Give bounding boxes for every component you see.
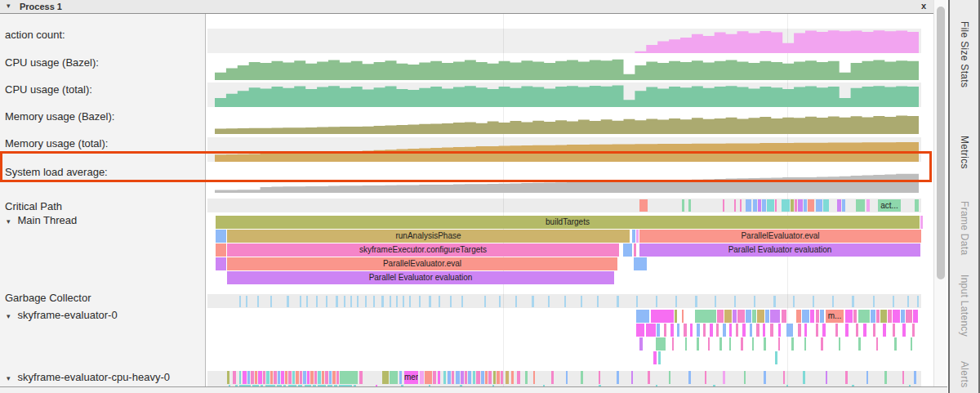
track-label-skyframe-evaluator-0[interactable]: ▾skyframe-evaluator-0 (7, 309, 118, 323)
slice-skyframe-evaluator-cpu-heavy-0[interactable] (443, 371, 446, 384)
slice-garbage-collector[interactable] (365, 296, 367, 307)
slice-skyframe-evaluator-cpu-heavy-0[interactable] (764, 371, 766, 384)
slice-skyframe-evaluator-cpu-heavy-0[interactable] (517, 371, 520, 384)
slice-skyframe-evaluator-cpu-heavy-0[interactable] (300, 371, 302, 384)
slice-skyframe-evaluator-cpu-heavy-0[interactable] (243, 371, 247, 384)
slice-main-thread[interactable] (632, 230, 635, 243)
slice-garbage-collector[interactable] (396, 296, 398, 307)
slice-skyframe-evaluator-cpu-heavy-0[interactable] (292, 371, 295, 384)
slice-buildtargets[interactable]: buildTargets (216, 216, 920, 229)
slice-skyframe-evaluator-0[interactable] (636, 324, 644, 337)
slice-garbage-collector[interactable] (499, 296, 501, 307)
slice-critical-path[interactable] (856, 199, 865, 212)
slice-skyframe-evaluator-0[interactable] (653, 351, 657, 364)
slice-skyframe-evaluator-0[interactable] (906, 310, 912, 323)
slice-skyframe-evaluator-0[interactable] (729, 337, 731, 351)
slice-skyframe-evaluator-cpu-heavy-0[interactable] (318, 371, 321, 384)
slice-skyframe-evaluator-cpu-heavy-0[interactable] (281, 371, 284, 384)
slice-skyframe-evaluator-0[interactable] (858, 310, 870, 323)
slice-garbage-collector[interactable] (597, 296, 599, 307)
slice-garbage-collector[interactable] (734, 296, 736, 307)
slice-skyframe-evaluator-cpu-heavy-0[interactable] (433, 371, 436, 384)
slice-garbage-collector[interactable] (636, 296, 638, 307)
slice-skyframe-evaluator-0[interactable] (912, 324, 915, 337)
slice-skyframe-evaluator-0[interactable] (742, 324, 746, 337)
slice-garbage-collector[interactable] (675, 296, 677, 307)
slice-garbage-collector[interactable] (350, 296, 352, 307)
slice-garbage-collector[interactable] (695, 296, 697, 307)
slice-skyframe-evaluator-cpu-heavy-0[interactable] (266, 371, 270, 384)
slice-skyframe-evaluator-0[interactable] (651, 310, 674, 323)
collapse-process-icon[interactable]: ▾ (7, 2, 11, 10)
slice-skyframe-evaluator-0[interactable] (765, 310, 769, 323)
slice-skyframe-evaluator-0[interactable] (856, 324, 858, 337)
slice-skyframe-evaluator-0[interactable] (770, 310, 780, 323)
slice-skyframe-evaluator-0[interactable] (845, 324, 849, 337)
slice-skyframe-evaluator-cpu-heavy-0[interactable] (803, 371, 805, 384)
slice-skyframe-evaluator-0[interactable] (684, 324, 687, 337)
slice-garbage-collector[interactable] (403, 296, 404, 307)
counter-chart-cpu-usage-bazel-[interactable] (215, 56, 919, 80)
track-label-skyframe-evaluator-cpu-heavy-0[interactable]: ▾skyframe-evaluator-cpu-heavy-0 (7, 371, 170, 385)
slice-skyframe-evaluator-0[interactable] (636, 310, 649, 323)
tab-frame-data[interactable]: Frame Data (959, 201, 970, 255)
slice-skyframe-evaluator-cpu-heavy-0[interactable] (705, 371, 706, 384)
slice-skyframe-evaluator-0[interactable] (690, 324, 693, 337)
slice-skyframe-evaluator-0[interactable] (675, 310, 677, 323)
slice-skyframe-evaluator-0[interactable] (657, 324, 660, 337)
slice-parallelevaluator-eval[interactable]: ParallelEvaluator.eval (227, 257, 617, 270)
slice-critical-path[interactable] (791, 199, 794, 212)
slice-skyframe-evaluator-0[interactable] (782, 310, 786, 323)
slice-critical-path[interactable] (915, 199, 919, 212)
slice-skyframe-evaluator-cpu-heavy-0[interactable] (525, 371, 528, 384)
slice-skyframe-evaluator-0[interactable] (677, 324, 679, 337)
slice-skyframe-evaluator-cpu-heavy-0[interactable] (332, 371, 336, 384)
slice-skyframe-evaluator-cpu-heavy-0[interactable] (247, 371, 250, 384)
slice-garbage-collector[interactable] (515, 296, 517, 307)
slice-skyframe-evaluator-cpu-heavy-0[interactable] (485, 371, 488, 384)
slice-garbage-collector[interactable] (617, 296, 619, 307)
slice-skyframe-evaluator-0[interactable] (901, 310, 905, 323)
slice-skyframe-evaluator-cpu-heavy-0[interactable] (902, 371, 904, 384)
slice-skyframe-evaluator-cpu-heavy-0[interactable] (473, 371, 475, 384)
slice-skyframe-evaluator-cpu-heavy-0[interactable] (884, 371, 887, 384)
tab-metrics[interactable]: Metrics (959, 136, 970, 169)
slice-skyframe-evaluator-cpu-heavy-0[interactable] (425, 371, 432, 384)
slice-skyframe-evaluator-cpu-heavy-0[interactable] (566, 371, 568, 384)
slice-skyframe-evaluator-cpu-heavy-0[interactable] (420, 371, 424, 384)
slice-garbage-collector[interactable] (287, 296, 289, 307)
slice-garbage-collector[interactable] (450, 296, 452, 307)
slice-skyframe-evaluator-cpu-heavy-0[interactable] (826, 371, 827, 384)
slice-skyframe-evaluator-cpu-heavy-0[interactable] (723, 371, 725, 384)
slice-skyframe-evaluator-0[interactable] (810, 310, 814, 323)
slice-skyframe-evaluator-cpu-heavy-0[interactable] (233, 371, 236, 384)
slice-skyframe-evaluator-0[interactable] (664, 324, 666, 337)
slice-skyframe-evaluator-0[interactable] (778, 324, 781, 337)
slice-garbage-collector[interactable] (564, 296, 566, 307)
slice-skyframe-evaluator-0[interactable] (804, 324, 807, 337)
slice-garbage-collector[interactable] (813, 296, 814, 307)
slice-garbage-collector[interactable] (419, 296, 421, 307)
slice-garbage-collector[interactable] (715, 296, 716, 307)
slice-skyframe-evaluator-0[interactable] (835, 324, 838, 337)
slice-parallel-evaluator-evaluation[interactable]: Parallel Evaluator evaluation (639, 243, 920, 257)
slice-skyframe-evaluator-cpu-heavy-0[interactable] (255, 371, 257, 384)
slice-main-thread[interactable] (216, 230, 226, 243)
slice-garbage-collector[interactable] (893, 296, 894, 307)
slice-skyframe-evaluator-cpu-heavy-0[interactable] (227, 371, 229, 384)
timeline[interactable]: act...buildTargetsrunAnalysisPhaseParall… (206, 14, 933, 386)
slice-garbage-collector[interactable] (793, 296, 795, 307)
slice-critical-path[interactable] (775, 199, 777, 212)
slice-garbage-collector[interactable] (390, 296, 391, 307)
collapse-track-icon[interactable]: ▾ (7, 312, 11, 320)
slice-skyframe-evaluator-0[interactable] (703, 324, 706, 337)
slice-main-thread[interactable] (920, 216, 923, 229)
slice-skyframe-evaluator-0[interactable] (770, 324, 773, 337)
slice-garbage-collector[interactable] (300, 296, 301, 307)
slice-parallel-evaluator-evaluation[interactable]: Parallel Evaluator evaluation (227, 271, 614, 284)
slice-skyframe-evaluator-0[interactable] (658, 351, 661, 364)
slice-m-[interactable]: m... (826, 310, 844, 323)
slice-skyframe-evaluator-cpu-heavy-0[interactable] (258, 371, 262, 384)
slice-skyframe-evaluator-cpu-heavy-0[interactable] (533, 371, 535, 384)
slice-garbage-collector[interactable] (429, 296, 431, 307)
